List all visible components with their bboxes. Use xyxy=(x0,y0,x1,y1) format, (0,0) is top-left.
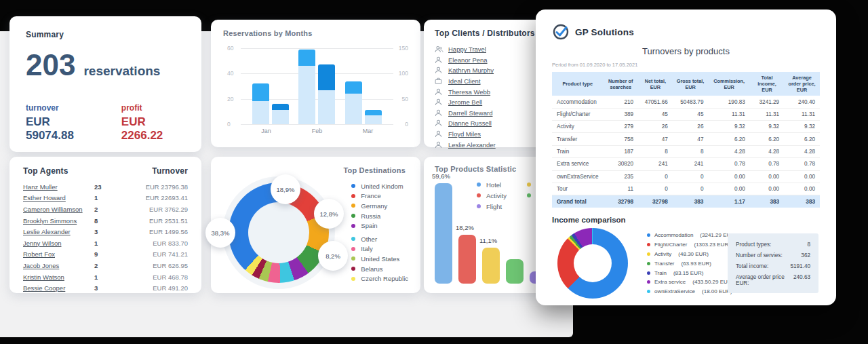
agent-name-link[interactable]: Kristin Watson xyxy=(23,273,94,281)
stacked-bar xyxy=(298,50,315,124)
turnovers-table: Product typeNumber of searchesNet total,… xyxy=(552,72,820,208)
person-icon xyxy=(435,88,448,96)
table-cell: 11.31 xyxy=(784,108,820,120)
agent-count: 9 xyxy=(94,250,117,258)
table-cell: Accommodation xyxy=(552,96,603,108)
income-legend-item: Flight/Charter(1303.23 EUR) xyxy=(647,240,736,250)
client-name-link[interactable]: Kathryn Murphy xyxy=(448,66,540,74)
product-bar-label: 18,2% xyxy=(456,224,474,231)
destination-legend-label: United Kindom xyxy=(361,183,403,190)
income-legend-label: Activity xyxy=(654,251,671,257)
agent-name-link[interactable]: Bessie Cooper xyxy=(23,284,94,292)
agent-name-link[interactable]: Jenny Wilson xyxy=(23,240,94,247)
donut-hole xyxy=(574,244,612,282)
income-stat-value: 8 xyxy=(807,242,810,252)
table-cell: Tour xyxy=(552,183,603,195)
product-bar: 11,1% xyxy=(482,248,500,284)
table-cell: 240.40 xyxy=(784,96,820,108)
percent-callout: 38,3% xyxy=(205,218,235,248)
client-name-link[interactable]: Dianne Russell xyxy=(448,119,540,127)
table-cell: 8 xyxy=(673,145,709,157)
top-agents-title: Top Agents xyxy=(23,166,68,176)
grand-total-cell: 32798 xyxy=(603,195,638,208)
table-column-header: Commission, EUR xyxy=(708,72,749,96)
table-column-header: Product type xyxy=(552,72,603,96)
destination-legend-item: Other xyxy=(351,234,408,244)
client-name-link[interactable]: Theresa Webb xyxy=(448,88,540,96)
client-name-link[interactable]: Leslie Alexander xyxy=(448,141,540,149)
top-destinations-title: Top Destinations xyxy=(343,166,406,174)
client-name-link[interactable]: Eleanor Pena xyxy=(448,56,540,64)
destination-legend-item: Italy xyxy=(351,244,408,254)
table-cell: 241 xyxy=(638,158,673,170)
legend-dot xyxy=(351,277,355,281)
table-cell: 4.28 xyxy=(784,145,820,157)
summary-card: Summary 203reservations turnover EUR 590… xyxy=(9,16,201,152)
income-stat-label: Total income: xyxy=(736,263,768,274)
legend-dot xyxy=(647,262,650,265)
person-icon xyxy=(435,56,448,64)
table-cell: 30820 xyxy=(603,158,638,170)
client-name-link[interactable]: Jerome Bell xyxy=(448,98,540,106)
table-cell: 8 xyxy=(638,145,673,157)
grand-total-cell: 383 xyxy=(784,195,820,208)
stacked-bar-top-segment xyxy=(272,104,289,110)
check-circle-logo-icon xyxy=(552,23,570,41)
agent-count: 3 xyxy=(94,284,117,292)
legend-dot xyxy=(647,271,650,275)
table-row: Tour11000.000.000.00 xyxy=(552,183,820,195)
agent-row: Jacob Jones2EUR 626.95 xyxy=(23,260,188,271)
agent-name-link[interactable]: Leslie Alexander xyxy=(23,228,94,235)
table-header-row: Product typeNumber of searchesNet total,… xyxy=(552,72,820,96)
client-name-link[interactable]: Darrell Steward xyxy=(448,109,540,117)
y-axis-left-tick: 0 xyxy=(227,121,231,128)
destination-legend-label: Other xyxy=(361,235,377,243)
agent-count: 2 xyxy=(94,262,117,269)
table-cell: 50483.79 xyxy=(673,96,709,108)
agent-name-link[interactable]: Cameron Williamson xyxy=(23,206,94,213)
client-name-link[interactable]: Floyd Miles xyxy=(448,130,540,138)
stacked-bar-top-segment xyxy=(252,83,269,101)
income-legend-value: (83.15 EUR) xyxy=(673,270,703,276)
reservations-by-months-card: Reservations by Months 6015040100205000J… xyxy=(211,20,420,147)
table-cell: ownExtraService xyxy=(552,170,603,183)
table-row: Extra service308202412410.780.780.78 xyxy=(552,158,820,170)
table-cell: 9.32 xyxy=(708,121,749,133)
agent-name-link[interactable]: Esther Howard xyxy=(23,194,94,202)
product-bar: 59,6% xyxy=(435,183,452,284)
agent-count: 3 xyxy=(94,228,117,235)
table-cell: 0 xyxy=(638,170,673,183)
agent-count: 8 xyxy=(94,217,117,225)
income-stat-label: Number of servies: xyxy=(736,252,783,263)
table-cell: 47051.66 xyxy=(638,96,673,108)
agent-count: 1 xyxy=(94,194,117,202)
y-axis-right-tick: 0 xyxy=(405,121,408,128)
product-bar xyxy=(506,259,524,284)
month-bar-group xyxy=(298,50,335,124)
table-cell: 241 xyxy=(673,158,709,170)
agent-name-link[interactable]: Brooklyn Simmons xyxy=(23,217,94,225)
table-cell: Train xyxy=(552,145,603,157)
income-legend-item: Activity(48.30 EUR) xyxy=(647,250,736,259)
table-cell: 187 xyxy=(603,145,638,157)
agent-name-link[interactable]: Jacob Jones xyxy=(23,262,94,269)
grand-total-cell: 383 xyxy=(673,195,709,208)
table-cell: 3241.29 xyxy=(750,96,784,108)
turnover-value: EUR 59074.88 xyxy=(26,115,96,142)
legend-dot xyxy=(647,252,650,256)
agent-turnover: EUR 3762.29 xyxy=(117,206,188,213)
agent-row: Kristin Watson1EUR 468.78 xyxy=(23,271,188,283)
person-icon xyxy=(435,130,448,138)
income-legend: Accommodation(3241.29 EUR)Flight/Charter… xyxy=(647,231,736,297)
agent-name-link[interactable]: Hanz Muller xyxy=(23,183,94,191)
grand-total-cell: 32798 xyxy=(638,195,673,208)
profit-label: profit xyxy=(121,103,185,113)
table-cell: Activity xyxy=(552,121,603,133)
stacked-bar-top-segment xyxy=(298,50,315,66)
client-name-link[interactable]: Happy Travel xyxy=(448,45,540,53)
agent-name-link[interactable]: Robert Fox xyxy=(23,250,94,258)
client-name-link[interactable]: Ideal Client xyxy=(448,77,540,85)
income-stats-box: Product types:8Number of servies:362Tota… xyxy=(728,233,818,293)
destination-legend-item: United Kindom xyxy=(351,181,408,191)
table-column-header: Total income, EUR xyxy=(750,72,784,96)
